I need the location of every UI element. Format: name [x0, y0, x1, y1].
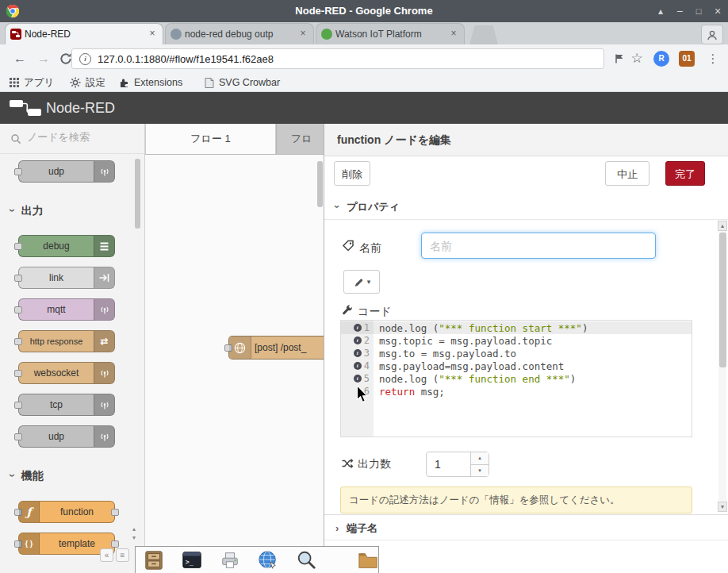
- node-red-app-title: Node-RED: [46, 92, 115, 124]
- tab-node-red[interactable]: Node-RED ×: [5, 23, 163, 44]
- code-line[interactable]: i1 node.log ("*** function start ***"): [341, 321, 692, 334]
- palette-node-http-response[interactable]: http response ⇄: [18, 330, 115, 352]
- bookmark-label: 設定: [86, 76, 105, 90]
- bookmark-extensions[interactable]: Extensions: [119, 73, 182, 92]
- url-text[interactable]: 127.0.0.1:1880/#flow/f1e19541.f62ae8: [98, 53, 274, 65]
- page-info-icon[interactable]: i: [79, 53, 91, 65]
- palette-menu-button[interactable]: ≡: [116, 548, 129, 562]
- taskbar-filecabinet-icon[interactable]: [144, 549, 164, 571]
- flow-workspace[interactable]: フロー 1 フロ [post] /post_: [145, 124, 324, 573]
- palette-collapse-button[interactable]: «: [100, 548, 113, 562]
- workspace-scrollbar-thumb[interactable]: [317, 161, 323, 207]
- tab-debug-output[interactable]: node-red debug outp ×: [165, 23, 314, 44]
- tab-close-icon[interactable]: ×: [297, 29, 308, 40]
- new-tab-button[interactable]: [469, 25, 498, 44]
- forward-button[interactable]: →: [33, 48, 54, 69]
- spinner-up-icon[interactable]: ▴: [471, 452, 489, 465]
- bookmark-settings[interactable]: 設定: [70, 73, 105, 92]
- screen: Node-RED - Google Chrome ▴ − □ × Node-RE…: [0, 0, 728, 573]
- taskbar-terminal-icon[interactable]: >_: [182, 549, 202, 571]
- bookmark-apps[interactable]: アプリ: [10, 73, 54, 92]
- palette-node-udp[interactable]: udp: [18, 425, 115, 448]
- tray-scroll-down-icon[interactable]: ▾: [718, 502, 727, 512]
- tab-title: node-red debug outp: [185, 29, 293, 40]
- address-bar[interactable]: i 127.0.0.1:1880/#flow/f1e19541.f62ae8: [71, 48, 604, 69]
- code-line[interactable]: i3 msg.to = msg.payload.to: [341, 347, 692, 360]
- code-line[interactable]: i5 node.log ("*** function end ***"): [341, 372, 692, 385]
- name-input[interactable]: [421, 233, 656, 259]
- code-line[interactable]: i4 msg.payload=msg.payload.content: [341, 360, 692, 372]
- window-shade-button[interactable]: ▴: [652, 0, 669, 22]
- taskbar-folder-icon[interactable]: [358, 549, 378, 571]
- tray-scrollbar-thumb[interactable]: [719, 233, 726, 367]
- node-red-favicon: [10, 29, 21, 40]
- outputs-input[interactable]: [427, 452, 476, 476]
- outputs-spinner[interactable]: ▴ ▾: [426, 452, 489, 477]
- code-line[interactable]: i2 msg.topic = msg.payload.topic: [341, 334, 692, 347]
- palette-node-debug[interactable]: debug: [18, 235, 115, 257]
- antenna-icon: [94, 394, 114, 415]
- flow-tab-1[interactable]: フロー 1: [145, 124, 276, 154]
- cancel-button[interactable]: 中止: [605, 161, 649, 186]
- code-editor[interactable]: i1 node.log ("*** function start ***") i…: [340, 320, 692, 437]
- palette-search-input[interactable]: [25, 130, 132, 144]
- mouse-cursor: [356, 385, 370, 404]
- info-annotation-icon: i: [354, 349, 362, 357]
- profile-button[interactable]: [701, 25, 723, 44]
- svg-text:>_: >_: [186, 557, 194, 565]
- taskbar-search-icon[interactable]: [296, 549, 316, 571]
- link-icon: [94, 267, 114, 288]
- caret-down-icon: ▾: [367, 278, 371, 286]
- delete-button[interactable]: 削除: [334, 161, 370, 186]
- window-titlebar: Node-RED - Google Chrome ▴ − □ ×: [0, 0, 728, 22]
- bookmark-svg-crowbar[interactable]: SVG Crowbar: [205, 73, 280, 92]
- taskbar-printer-icon[interactable]: [220, 549, 240, 571]
- function-icon: ƒ: [19, 502, 40, 522]
- tab-watson-iot[interactable]: Watson IoT Platform ×: [316, 23, 465, 44]
- node-palette: udp ›出力 debug link mqtt: [0, 124, 145, 573]
- palette-scroll-down-icon[interactable]: ▾: [132, 534, 136, 541]
- extension-badge-r[interactable]: R: [653, 51, 669, 67]
- node-label: function: [40, 502, 114, 522]
- window-maximize-button[interactable]: □: [690, 0, 707, 22]
- watson-favicon: [321, 29, 332, 40]
- tab-close-icon[interactable]: ×: [147, 29, 158, 40]
- window-close-button[interactable]: ×: [709, 0, 726, 22]
- taskbar-browser-icon[interactable]: [258, 549, 278, 571]
- palette-node-tcp[interactable]: tcp: [18, 394, 115, 416]
- spinner-down-icon[interactable]: ▾: [471, 465, 489, 477]
- code-line[interactable]: 6 return msg;: [341, 385, 692, 398]
- icon-picker-button[interactable]: ▾: [343, 270, 380, 294]
- palette-scroll-up-icon[interactable]: ▴: [132, 525, 136, 533]
- properties-section-header[interactable]: ›プロパティ: [324, 194, 728, 220]
- edit-tray: function ノードを編集 削除 中止 完了 ›プロパティ 名前 ▾ コード…: [324, 124, 728, 573]
- bookmark-label: SVG Crowbar: [219, 77, 280, 88]
- back-button[interactable]: ←: [10, 48, 30, 69]
- tab-close-icon[interactable]: ×: [448, 29, 459, 40]
- palette-section-function[interactable]: ›機能: [0, 463, 144, 487]
- done-button[interactable]: 完了: [665, 161, 705, 186]
- window-minimize-button[interactable]: −: [671, 0, 688, 22]
- palette-search[interactable]: [0, 124, 144, 154]
- palette-scrollbar-thumb[interactable]: [135, 159, 140, 229]
- palette-node-udp-top[interactable]: udp: [18, 160, 115, 183]
- palette-section-output[interactable]: ›出力: [0, 198, 144, 222]
- apps-grid-icon: [10, 78, 19, 87]
- extension-badge-01[interactable]: 01: [679, 51, 695, 67]
- palette-node-mqtt[interactable]: mqtt: [18, 298, 115, 321]
- palette-node-websocket[interactable]: websocket: [18, 362, 115, 384]
- ports-section-header[interactable]: ›端子名: [324, 514, 728, 540]
- info-annotation-icon: i: [354, 375, 362, 383]
- node-label: link: [19, 267, 94, 288]
- line-number: 4: [364, 360, 370, 371]
- chrome-menu-icon[interactable]: ⋮: [703, 48, 723, 69]
- http-arrows-icon: ⇄: [94, 331, 114, 352]
- bookmark-star-icon[interactable]: ☆: [626, 48, 647, 69]
- tag-icon: [342, 240, 354, 252]
- gear-icon: [70, 77, 81, 88]
- window-title: Node-RED - Google Chrome: [0, 0, 728, 22]
- palette-node-function[interactable]: ƒ function: [18, 501, 115, 523]
- palette-node-link[interactable]: link: [18, 267, 115, 289]
- tray-scroll-up-icon[interactable]: ▴: [718, 221, 727, 231]
- info-annotation-icon: i: [354, 362, 362, 370]
